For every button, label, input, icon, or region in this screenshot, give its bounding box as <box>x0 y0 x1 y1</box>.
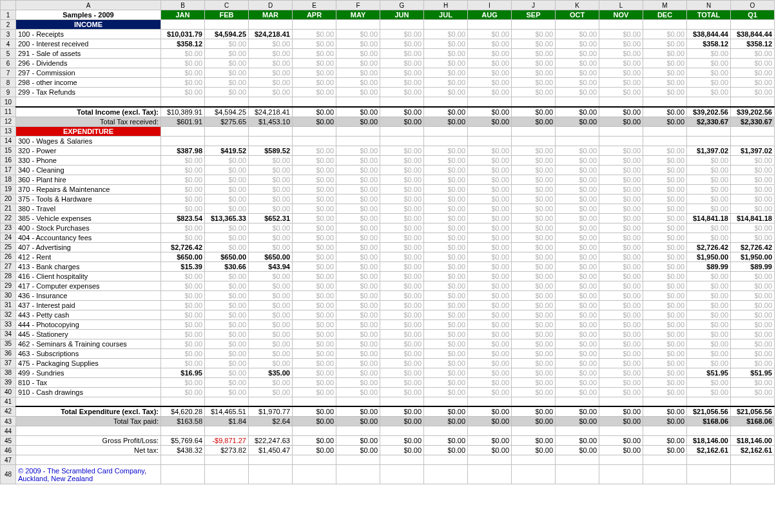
data-cell[interactable] <box>731 426 775 436</box>
data-cell[interactable]: $0.00 <box>556 319 599 329</box>
data-cell[interactable] <box>249 97 293 107</box>
row-header[interactable]: 32 <box>1 310 16 319</box>
data-cell[interactable]: $0.00 <box>512 49 556 59</box>
data-cell[interactable]: $0.00 <box>512 223 556 233</box>
cell[interactable] <box>424 465 468 484</box>
row-label[interactable]: 413 - Bank charges <box>16 261 161 271</box>
data-cell[interactable]: $0.00 <box>293 319 336 329</box>
data-cell[interactable]: $0.00 <box>687 348 731 358</box>
data-cell[interactable]: $0.00 <box>643 155 687 165</box>
data-cell[interactable]: $0.00 <box>556 329 599 339</box>
data-cell[interactable] <box>161 397 205 406</box>
data-cell[interactable]: $0.00 <box>468 59 512 68</box>
data-cell[interactable]: $0.00 <box>643 146 687 155</box>
data-cell[interactable]: $18,146.00 <box>731 436 775 446</box>
data-cell[interactable]: $0.00 <box>380 165 424 175</box>
data-cell[interactable]: $0.00 <box>556 184 599 194</box>
row-header[interactable]: 26 <box>1 252 16 261</box>
data-cell[interactable]: $0.00 <box>599 242 643 252</box>
data-cell[interactable]: $0.00 <box>293 49 336 59</box>
data-cell[interactable]: $0.00 <box>249 194 293 204</box>
data-cell[interactable]: $387.98 <box>161 146 205 155</box>
row-header[interactable]: 43 <box>1 417 16 426</box>
data-cell[interactable]: $0.00 <box>424 310 468 319</box>
data-cell[interactable]: $0.00 <box>336 242 380 252</box>
data-cell[interactable]: $0.00 <box>643 300 687 310</box>
row-label[interactable]: 437 - Interest paid <box>16 300 161 310</box>
col-header[interactable]: N <box>687 1 731 10</box>
data-cell[interactable]: $0.00 <box>512 242 556 252</box>
data-cell[interactable]: $0.00 <box>336 184 380 194</box>
data-cell[interactable]: $0.00 <box>687 175 731 184</box>
data-cell[interactable] <box>468 455 512 465</box>
data-cell[interactable]: $0.00 <box>468 310 512 319</box>
row-header[interactable]: 5 <box>1 49 16 59</box>
data-cell[interactable]: $0.00 <box>512 204 556 213</box>
data-cell[interactable] <box>205 136 249 146</box>
row-header[interactable]: 42 <box>1 406 16 417</box>
data-cell[interactable]: $0.00 <box>599 30 643 39</box>
data-cell[interactable] <box>205 455 249 465</box>
footer-credit[interactable]: © 2009 - The Scrambled Card Company,Auck… <box>16 465 161 484</box>
data-cell[interactable]: $0.00 <box>687 184 731 194</box>
data-cell[interactable]: $4,594.25 <box>205 107 249 117</box>
data-cell[interactable]: $0.00 <box>556 68 599 78</box>
data-cell[interactable]: $0.00 <box>205 184 249 194</box>
data-cell[interactable]: $0.00 <box>556 271 599 281</box>
data-cell[interactable]: $0.00 <box>512 319 556 329</box>
row-header[interactable]: 38 <box>1 368 16 377</box>
data-cell[interactable] <box>731 397 775 406</box>
data-cell[interactable]: $0.00 <box>205 155 249 165</box>
data-cell[interactable]: $0.00 <box>249 59 293 68</box>
row-header[interactable]: 24 <box>1 233 16 242</box>
data-cell[interactable]: $0.00 <box>512 310 556 319</box>
data-cell[interactable]: $0.00 <box>293 204 336 213</box>
data-cell[interactable]: $0.00 <box>161 175 205 184</box>
data-cell[interactable]: $0.00 <box>161 310 205 319</box>
data-cell[interactable]: $0.00 <box>293 348 336 358</box>
data-cell[interactable]: $0.00 <box>205 49 249 59</box>
row-label[interactable]: 291 - Sale of assets <box>16 49 161 59</box>
data-cell[interactable]: $0.00 <box>424 146 468 155</box>
data-cell[interactable]: $24,218.41 <box>249 30 293 39</box>
data-cell[interactable]: $0.00 <box>731 233 775 242</box>
cell[interactable] <box>293 126 336 136</box>
data-cell[interactable]: $0.00 <box>205 387 249 397</box>
col-header[interactable]: K <box>556 1 599 10</box>
data-cell[interactable]: $10,389.91 <box>161 107 205 117</box>
data-cell[interactable]: $0.00 <box>599 377 643 387</box>
data-cell[interactable]: $0.00 <box>643 213 687 223</box>
data-cell[interactable]: $0.00 <box>380 281 424 290</box>
data-cell[interactable]: $0.00 <box>380 146 424 155</box>
data-cell[interactable]: $0.00 <box>687 194 731 204</box>
data-cell[interactable]: $0.00 <box>643 223 687 233</box>
data-cell[interactable] <box>293 136 336 146</box>
data-cell[interactable] <box>599 136 643 146</box>
cell[interactable] <box>731 20 775 30</box>
data-cell[interactable] <box>424 455 468 465</box>
data-cell[interactable]: $0.00 <box>643 204 687 213</box>
data-cell[interactable]: $0.00 <box>380 78 424 88</box>
data-cell[interactable]: $0.00 <box>512 68 556 78</box>
title-cell[interactable]: Samples - 2009 <box>16 10 161 20</box>
data-cell[interactable]: $0.00 <box>643 261 687 271</box>
data-cell[interactable]: $0.00 <box>731 223 775 233</box>
col-header[interactable]: A <box>16 1 161 10</box>
data-cell[interactable]: $0.00 <box>599 155 643 165</box>
data-cell[interactable]: $0.00 <box>424 107 468 117</box>
month-header[interactable]: Q1 <box>731 10 775 20</box>
data-cell[interactable]: $0.00 <box>556 387 599 397</box>
cell[interactable] <box>161 465 205 484</box>
data-cell[interactable] <box>161 97 205 107</box>
data-cell[interactable]: $0.00 <box>599 281 643 290</box>
data-cell[interactable]: $0.00 <box>687 233 731 242</box>
data-cell[interactable]: $0.00 <box>468 242 512 252</box>
row-label[interactable]: 444 - Photocopying <box>16 319 161 329</box>
data-cell[interactable]: $0.00 <box>468 204 512 213</box>
data-cell[interactable] <box>424 426 468 436</box>
data-cell[interactable]: $0.00 <box>205 165 249 175</box>
data-cell[interactable]: $0.00 <box>556 59 599 68</box>
cell[interactable] <box>380 465 424 484</box>
data-cell[interactable] <box>643 397 687 406</box>
data-cell[interactable]: $0.00 <box>205 59 249 68</box>
